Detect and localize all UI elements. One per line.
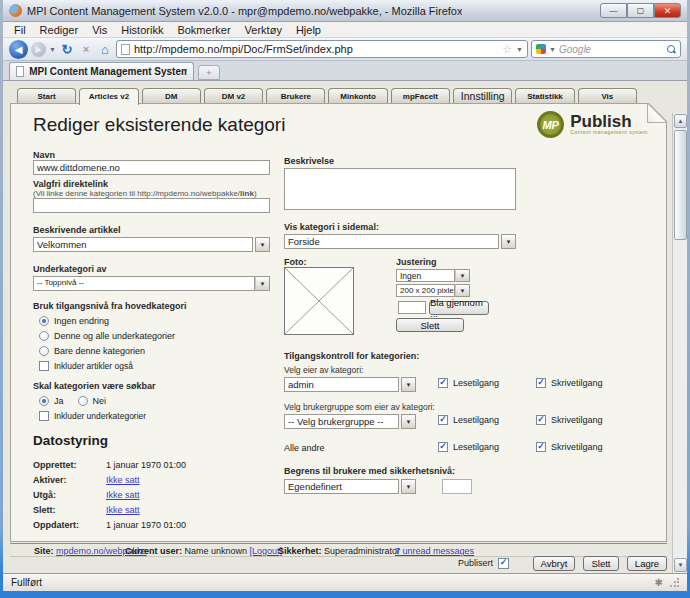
resize-grip[interactable]	[669, 578, 679, 588]
radio-ingen-endring[interactable]: Ingen endring	[39, 315, 270, 326]
ikke-satt-link[interactable]: Ikke satt	[106, 489, 140, 501]
url-bar[interactable]: http://mpdemo.no/mpi/Doc/FrmSet/index.ph…	[116, 40, 528, 58]
avbryt-button[interactable]: Avbryt	[533, 556, 575, 571]
url-dropdown-icon[interactable]: ▼	[516, 46, 523, 53]
checkbox-inkluder-artikler[interactable]: Inkluder artikler også	[39, 360, 270, 371]
new-tab-button[interactable]: +	[198, 65, 220, 80]
foto-size-select[interactable]: 200 x 200 pixler ▼	[396, 284, 470, 297]
publisert-checkbox-icon[interactable]	[498, 558, 509, 569]
browser-tab[interactable]: MPI Content Management System v...	[9, 62, 194, 80]
scroll-down-icon[interactable]: ▼	[674, 558, 687, 572]
checkbox-icon[interactable]	[438, 378, 448, 388]
radio-bare-denne[interactable]: Bare denne kategorien	[39, 345, 270, 356]
beskrivelse-textarea[interactable]	[284, 168, 516, 210]
chevron-down-icon[interactable]: ▼	[255, 237, 270, 252]
foto-file-input[interactable]	[398, 301, 426, 314]
eier-lesetilgang-checkbox[interactable]: Lesetilgang	[438, 378, 499, 388]
chevron-down-icon[interactable]: ▼	[501, 234, 516, 249]
tab-brukere[interactable]: Brukere	[266, 88, 325, 104]
menu-historikk[interactable]: Historikk	[114, 23, 170, 37]
tab-mpfacelt[interactable]: mpFacelt	[391, 88, 450, 104]
radio-denne-og-alle[interactable]: Denne og alle underkategorier	[39, 330, 270, 341]
underkategori-select[interactable]: -- Toppnivå -- ▼	[33, 276, 270, 291]
page-scrollbar[interactable]: ▲ ▼	[672, 113, 687, 573]
ikke-satt-link[interactable]: Ikke satt	[106, 504, 140, 516]
history-dropdown-icon[interactable]: ▼	[49, 46, 56, 53]
tab-statistikk[interactable]: Statistikk	[515, 88, 574, 104]
tab-vis[interactable]: Vis	[578, 88, 637, 104]
menu-bokmerker[interactable]: Bokmerker	[170, 23, 237, 37]
tab-dm-v2[interactable]: DM v2	[204, 88, 263, 104]
sidemal-select[interactable]: Forside ▼	[284, 234, 516, 249]
search-placeholder[interactable]: Google	[559, 44, 664, 55]
menu-rediger[interactable]: Rediger	[33, 23, 86, 37]
home-icon[interactable]: ⌂	[97, 42, 113, 57]
url-text[interactable]: http://mpdemo.no/mpi/Doc/FrmSet/index.ph…	[134, 43, 498, 55]
radio-nei-icon[interactable]	[78, 396, 88, 406]
checkbox-inkluder-underkategorier[interactable]: Inkluder underkategorier	[39, 410, 270, 421]
radio-ja-icon[interactable]	[39, 396, 49, 406]
nav-toolbar: ◀ ▶ ▼ ↻ × ⌂ http://mpdemo.no/mpi/Doc/Frm…	[3, 38, 687, 61]
chevron-down-icon[interactable]: ▼	[455, 269, 470, 282]
radio-icon[interactable]	[39, 346, 49, 356]
stop-icon[interactable]: ×	[78, 43, 94, 55]
checkbox-icon[interactable]	[536, 378, 546, 388]
search-engine-dropdown-icon[interactable]: ▼	[549, 46, 556, 53]
direktelink-input[interactable]	[33, 198, 270, 213]
checkbox-icon[interactable]	[536, 415, 546, 425]
sikkerhetsniva-input[interactable]	[442, 479, 472, 494]
publisert-checkbox-row[interactable]: Publisert	[458, 558, 509, 569]
checkbox-icon[interactable]	[438, 442, 448, 452]
beskrivende-artikkel-select[interactable]: Velkommen ▼	[33, 237, 270, 252]
checkbox-icon[interactable]	[39, 411, 49, 421]
brukergruppe-select[interactable]: -- Velg brukergruppe -- ▼	[284, 414, 416, 429]
tab-start[interactable]: Start	[17, 88, 76, 104]
maximize-button[interactable]: ▢	[627, 3, 654, 18]
bookmark-star-icon[interactable]: ☆	[502, 43, 512, 56]
menu-vis[interactable]: Vis	[85, 23, 114, 37]
browse-button[interactable]: Bla gjennom ...	[429, 301, 489, 315]
gruppe-skrivetilgang-checkbox[interactable]: Skrivetilgang	[536, 415, 603, 425]
eier-skrivetilgang-checkbox[interactable]: Skrivetilgang	[536, 378, 603, 388]
delete-foto-button[interactable]: Slett	[396, 318, 464, 332]
chevron-down-icon[interactable]: ▼	[255, 276, 270, 291]
sikkerhetsniva-select[interactable]: Egendefinert ▼	[284, 479, 416, 494]
addon-icon[interactable]: ✱	[655, 577, 663, 588]
close-button[interactable]: ✕	[654, 3, 681, 18]
menu-verktoy[interactable]: Verktøy	[238, 23, 289, 37]
slett-button[interactable]: Slett	[583, 556, 619, 571]
tab-innstilling[interactable]: Innstilling	[453, 88, 512, 104]
gruppe-lesetilgang-checkbox[interactable]: Lesetilgang	[438, 415, 499, 425]
tab-articles-v2[interactable]: Articles v2	[79, 88, 138, 105]
checkbox-icon[interactable]	[39, 361, 49, 371]
radio-icon[interactable]	[39, 316, 49, 326]
title-bar[interactable]: MPI Content Management System v2.0.0 - m…	[3, 0, 687, 22]
menu-fil[interactable]: Fil	[7, 23, 33, 37]
eier-select[interactable]: admin ▼	[284, 377, 416, 392]
scroll-up-icon[interactable]: ▲	[674, 114, 687, 128]
forward-button[interactable]: ▶	[31, 42, 46, 57]
tab-dm[interactable]: DM	[142, 88, 201, 104]
andre-lesetilgang-checkbox[interactable]: Lesetilgang	[438, 442, 499, 452]
radio-icon[interactable]	[39, 331, 49, 341]
ikke-satt-link[interactable]: Ikke satt	[106, 474, 140, 486]
chevron-down-icon[interactable]: ▼	[455, 284, 470, 297]
reload-icon[interactable]: ↻	[59, 42, 75, 57]
chevron-down-icon[interactable]: ▼	[401, 479, 416, 494]
lagre-button[interactable]: Lagre	[627, 556, 667, 571]
checkbox-icon[interactable]	[536, 442, 546, 452]
navn-input[interactable]	[33, 160, 270, 175]
back-button[interactable]: ◀	[9, 40, 28, 59]
dato-row-aktiver: Aktiver: Ikke satt	[33, 474, 270, 486]
search-magnifier-icon[interactable]	[667, 45, 676, 54]
andre-skrivetilgang-checkbox[interactable]: Skrivetilgang	[536, 442, 603, 452]
checkbox-icon[interactable]	[438, 415, 448, 425]
menu-hjelp[interactable]: Hjelp	[289, 23, 328, 37]
tab-minkonto[interactable]: Minkonto	[328, 88, 387, 104]
scrollbar-thumb[interactable]	[674, 130, 687, 240]
chevron-down-icon[interactable]: ▼	[401, 377, 416, 392]
chevron-down-icon[interactable]: ▼	[401, 414, 416, 429]
minimize-button[interactable]: —	[600, 3, 627, 18]
search-box[interactable]: ▼ Google	[531, 40, 681, 58]
justering-select[interactable]: Ingen ▼	[396, 269, 470, 282]
